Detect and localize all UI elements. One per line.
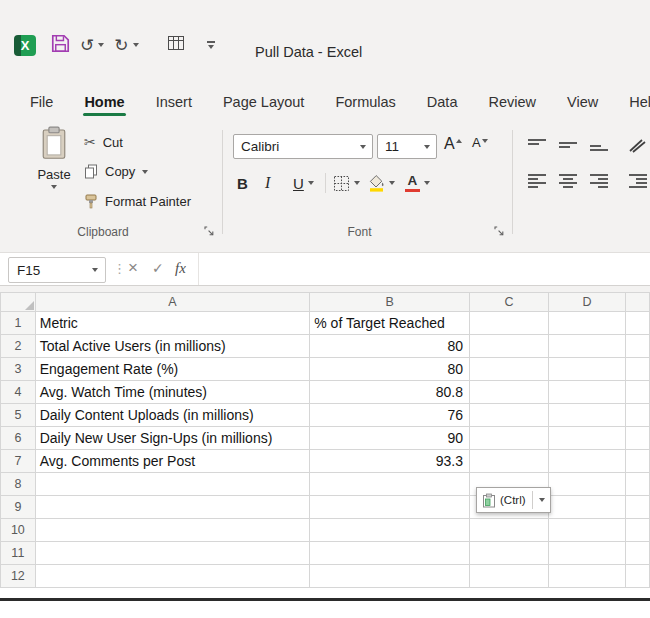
borders-dropdown-icon[interactable]	[354, 181, 360, 185]
cell-E3[interactable]	[626, 358, 650, 381]
paste-options-button[interactable]: (Ctrl)	[476, 487, 551, 513]
tab-home[interactable]: Home	[82, 94, 126, 120]
formula-bar-handle-icon[interactable]: ⋮	[113, 261, 126, 276]
format-painter-button[interactable]: Format Painter	[84, 194, 191, 209]
cell-C12[interactable]	[469, 565, 548, 588]
name-box-chevron-icon[interactable]	[92, 268, 98, 272]
name-box[interactable]: F15	[8, 257, 106, 283]
cell-B6[interactable]: 90	[310, 427, 470, 450]
cell-B1[interactable]: % of Target Reached	[310, 312, 470, 335]
cell-B11[interactable]	[310, 542, 470, 565]
cell-D5[interactable]	[549, 404, 626, 427]
column-header-A[interactable]: A	[35, 293, 310, 312]
paste-button[interactable]: Paste	[28, 126, 80, 218]
save-button[interactable]	[51, 34, 70, 57]
undo-dropdown-icon[interactable]	[98, 43, 104, 47]
copy-dropdown-icon[interactable]	[142, 170, 148, 174]
cell-A4[interactable]: Avg. Watch Time (minutes)	[35, 381, 310, 404]
tab-insert[interactable]: Insert	[154, 94, 194, 120]
top-align-button[interactable]	[526, 136, 548, 154]
cell-A8[interactable]	[35, 473, 310, 496]
paste-dropdown-icon[interactable]	[51, 185, 57, 189]
cell-B5[interactable]: 76	[310, 404, 470, 427]
cell-E11[interactable]	[626, 542, 650, 565]
column-header-B[interactable]: B	[310, 293, 470, 312]
row-header-5[interactable]: 5	[1, 404, 36, 427]
font-dialog-launcher-icon[interactable]	[494, 226, 504, 236]
cell-C6[interactable]	[469, 427, 548, 450]
cell-D2[interactable]	[549, 335, 626, 358]
underline-button[interactable]: U	[291, 175, 314, 192]
row-header-2[interactable]: 2	[1, 335, 36, 358]
customize-quick-access-button[interactable]	[207, 41, 215, 49]
cell-E1[interactable]	[626, 312, 650, 335]
cell-C5[interactable]	[469, 404, 548, 427]
align-right-button[interactable]	[588, 172, 610, 190]
font-color-dropdown-icon[interactable]	[424, 181, 430, 185]
cell-D7[interactable]	[549, 450, 626, 473]
cancel-button[interactable]: ×	[128, 258, 138, 278]
column-header-E[interactable]	[626, 293, 650, 312]
cell-B3[interactable]: 80	[310, 358, 470, 381]
cell-E10[interactable]	[626, 519, 650, 542]
decrease-font-size-button[interactable]: A	[472, 136, 488, 149]
cell-C3[interactable]	[469, 358, 548, 381]
formula-input[interactable]	[198, 253, 650, 285]
row-header-8[interactable]: 8	[1, 473, 36, 496]
middle-align-button[interactable]	[557, 136, 579, 154]
cell-D9[interactable]	[549, 496, 626, 519]
touch-mouse-mode-button[interactable]	[167, 35, 185, 55]
row-header-4[interactable]: 4	[1, 381, 36, 404]
tab-data[interactable]: Data	[425, 94, 460, 120]
align-left-button[interactable]	[526, 172, 548, 190]
orientation-button[interactable]	[627, 136, 649, 154]
cell-A1[interactable]: Metric	[35, 312, 310, 335]
row-header-1[interactable]: 1	[1, 312, 36, 335]
row-header-11[interactable]: 11	[1, 542, 36, 565]
cell-A10[interactable]	[35, 519, 310, 542]
underline-dropdown-icon[interactable]	[308, 181, 314, 185]
row-header-10[interactable]: 10	[1, 519, 36, 542]
cell-D11[interactable]	[549, 542, 626, 565]
cell-E8[interactable]	[626, 473, 650, 496]
column-header-D[interactable]: D	[549, 293, 626, 312]
cell-A12[interactable]	[35, 565, 310, 588]
fill-color-dropdown-icon[interactable]	[389, 181, 395, 185]
cell-E9[interactable]	[626, 496, 650, 519]
tab-file[interactable]: File	[28, 94, 55, 120]
row-header-3[interactable]: 3	[1, 358, 36, 381]
bottom-align-button[interactable]	[588, 136, 610, 154]
cell-E5[interactable]	[626, 404, 650, 427]
cell-B8[interactable]	[310, 473, 470, 496]
bold-button[interactable]: B	[237, 175, 261, 192]
clipboard-dialog-launcher-icon[interactable]	[204, 226, 214, 236]
cell-D10[interactable]	[549, 519, 626, 542]
cell-B2[interactable]: 80	[310, 335, 470, 358]
cell-B10[interactable]	[310, 519, 470, 542]
row-header-6[interactable]: 6	[1, 427, 36, 450]
cell-D6[interactable]	[549, 427, 626, 450]
decrease-indent-button[interactable]	[627, 172, 649, 190]
copy-button[interactable]: Copy	[84, 164, 148, 179]
select-all-corner[interactable]	[1, 293, 36, 312]
cell-C10[interactable]	[469, 519, 548, 542]
cell-B7[interactable]: 93.3	[310, 450, 470, 473]
borders-button[interactable]	[333, 175, 360, 192]
font-color-button[interactable]: A	[405, 174, 430, 192]
tab-page-layout[interactable]: Page Layout	[221, 94, 306, 120]
cell-A11[interactable]	[35, 542, 310, 565]
cell-A9[interactable]	[35, 496, 310, 519]
cell-C4[interactable]	[469, 381, 548, 404]
italic-button[interactable]: I	[265, 174, 287, 192]
cell-A3[interactable]: Engagement Rate (%)	[35, 358, 310, 381]
row-header-12[interactable]: 12	[1, 565, 36, 588]
cell-A7[interactable]: Avg. Comments per Post	[35, 450, 310, 473]
row-header-7[interactable]: 7	[1, 450, 36, 473]
cell-E4[interactable]	[626, 381, 650, 404]
insert-function-button[interactable]: fx	[175, 260, 186, 277]
cell-E12[interactable]	[626, 565, 650, 588]
cell-E7[interactable]	[626, 450, 650, 473]
row-header-9[interactable]: 9	[1, 496, 36, 519]
column-header-C[interactable]: C	[469, 293, 548, 312]
cell-C1[interactable]	[469, 312, 548, 335]
